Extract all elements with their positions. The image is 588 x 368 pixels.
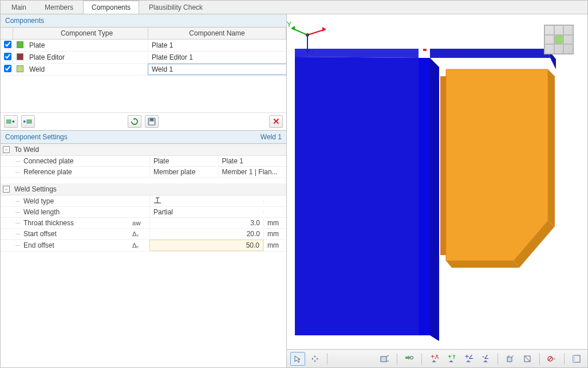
svg-marker-8 xyxy=(419,58,430,335)
svg-marker-9 xyxy=(430,58,439,341)
svg-text:-Z: -Z xyxy=(482,355,488,361)
svg-text:+Y: +Y xyxy=(448,355,456,361)
components-table: Component Type Component Name Plate Plat… xyxy=(1,28,286,112)
svg-marker-12 xyxy=(446,69,548,261)
navigation-cube[interactable] xyxy=(544,25,574,54)
model-scene xyxy=(287,14,585,347)
left-pane: Components Component Type Component Name… xyxy=(1,14,287,367)
svg-marker-21 xyxy=(291,26,295,30)
svg-marker-24 xyxy=(305,50,310,54)
row-name: Weld 1 xyxy=(148,64,286,75)
prop-row[interactable]: Connected plate Plate Plate 1 xyxy=(1,156,286,167)
weld-type-icon xyxy=(153,197,161,203)
color-swatch xyxy=(17,65,23,72)
prop-row[interactable]: Throat thickness aᴡ 3.0 mm xyxy=(1,218,286,229)
svg-point-42 xyxy=(553,358,555,360)
nav-cube-front[interactable] xyxy=(554,35,564,45)
svg-rect-44 xyxy=(573,355,575,362)
tab-main[interactable]: Main xyxy=(3,1,35,14)
svg-marker-15 xyxy=(446,261,519,268)
svg-text:Z: Z xyxy=(310,50,314,54)
refresh-button[interactable] xyxy=(128,115,141,128)
components-header: Components xyxy=(1,14,286,28)
svg-marker-18 xyxy=(322,27,326,32)
remove-component-button[interactable] xyxy=(21,115,35,128)
row-type: Weld xyxy=(26,64,148,75)
end-offset-input[interactable]: 50.0 xyxy=(149,240,263,251)
add-component-button[interactable] xyxy=(4,115,18,128)
prop-row[interactable]: Reference plate Member plate Member 1 | … xyxy=(1,167,286,178)
color-swatch xyxy=(17,41,23,48)
view-plus-y-button[interactable]: +Y xyxy=(444,352,459,366)
prop-row[interactable]: Weld type xyxy=(1,195,286,207)
right-pane: X Y Z +X +Y +Z xyxy=(287,14,587,367)
col-component-type[interactable]: Component Type xyxy=(26,28,148,39)
reset-view-button[interactable] xyxy=(544,352,559,366)
row-name: Plate 1 xyxy=(148,40,286,50)
svg-point-30 xyxy=(411,356,413,359)
svg-rect-35 xyxy=(507,357,512,362)
svg-marker-6 xyxy=(430,49,550,58)
view-section-button[interactable] xyxy=(377,352,392,366)
settings-subject: Weld 1 xyxy=(261,133,282,141)
table-row[interactable]: Plate Editor Plate Editor 1 xyxy=(1,52,286,64)
display-mode-button[interactable] xyxy=(520,352,535,366)
maximize-viewport-button[interactable] xyxy=(569,352,584,366)
table-row[interactable]: Plate Plate 1 xyxy=(1,40,286,52)
svg-rect-3 xyxy=(149,122,154,124)
prop-group-to-weld[interactable]: − To Weld xyxy=(1,144,286,156)
svg-rect-4 xyxy=(150,119,153,121)
toggle-visibility-button[interactable] xyxy=(402,352,417,366)
col-component-name[interactable]: Component Name xyxy=(148,28,286,39)
axis-gizmo[interactable]: X Y Z xyxy=(287,14,327,54)
svg-rect-16 xyxy=(440,76,446,255)
color-swatch xyxy=(17,53,23,60)
perspective-button[interactable] xyxy=(503,352,518,366)
svg-text:+X: +X xyxy=(431,355,439,361)
prop-group-weld-settings[interactable]: − Weld Settings xyxy=(1,183,286,195)
row-type: Plate Editor xyxy=(26,52,148,62)
row-check[interactable] xyxy=(4,65,11,72)
row-check[interactable] xyxy=(4,53,11,60)
tab-plausibility-check[interactable]: Plausibility Check xyxy=(140,1,211,14)
svg-line-41 xyxy=(548,357,552,361)
components-title: Components xyxy=(5,17,44,25)
view-plus-z-button[interactable]: +Z xyxy=(461,352,476,366)
model-viewport[interactable]: X Y Z xyxy=(287,14,587,349)
view-minus-z-button[interactable]: -Z xyxy=(478,352,493,366)
components-toolbar: ✕ xyxy=(1,112,286,130)
property-grid: − To Weld Connected plate Plate Plate 1 … xyxy=(1,144,286,367)
collapse-icon[interactable]: − xyxy=(3,186,10,193)
prop-row[interactable]: Weld length Partial xyxy=(1,207,286,218)
svg-rect-11 xyxy=(423,49,427,51)
delete-button[interactable]: ✕ xyxy=(269,115,283,128)
tab-members[interactable]: Members xyxy=(36,1,82,14)
svg-text:Y: Y xyxy=(287,21,291,29)
collapse-icon[interactable]: − xyxy=(3,146,10,153)
svg-line-37 xyxy=(512,355,514,357)
svg-point-26 xyxy=(306,33,309,37)
prop-row[interactable]: Start offset Δₛ 20.0 mm xyxy=(1,229,286,240)
svg-rect-27 xyxy=(381,357,386,362)
svg-rect-0 xyxy=(6,120,11,123)
tool-pan[interactable] xyxy=(307,352,322,366)
viewport-toolbar: +X +Y +Z -Z xyxy=(287,349,587,367)
svg-text:+Z: +Z xyxy=(465,355,473,361)
components-table-head: Component Type Component Name xyxy=(1,28,286,40)
settings-title: Component Settings xyxy=(5,133,68,141)
svg-line-28 xyxy=(386,355,389,357)
svg-line-29 xyxy=(386,361,389,362)
prop-row[interactable]: End offset Δₑ 50.0 mm xyxy=(1,240,286,252)
tool-pointer[interactable] xyxy=(290,352,305,366)
row-check[interactable] xyxy=(4,41,11,48)
main-tabbar: Main Members Components Plausibility Che… xyxy=(1,1,587,14)
svg-line-39 xyxy=(524,356,530,362)
svg-marker-10 xyxy=(295,57,419,335)
svg-rect-1 xyxy=(27,120,31,123)
row-name: Plate Editor 1 xyxy=(148,52,286,62)
tab-components[interactable]: Components xyxy=(83,1,139,14)
view-plus-x-button[interactable]: +X xyxy=(427,352,441,366)
save-button[interactable] xyxy=(145,115,159,128)
svg-marker-13 xyxy=(548,69,555,226)
table-row[interactable]: Weld Weld 1 xyxy=(1,64,286,76)
